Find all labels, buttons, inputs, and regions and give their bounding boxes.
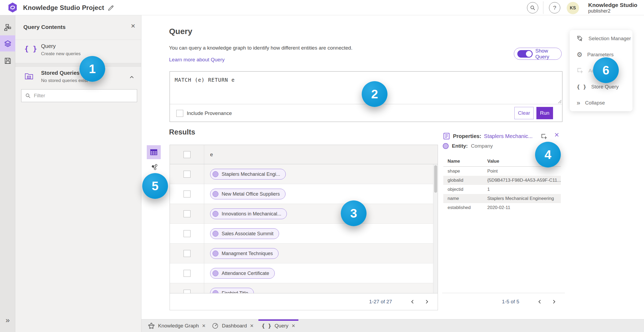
include-provenance-option[interactable]: Include Provenance: [176, 104, 232, 122]
entity-chip[interactable]: Managment Techniques: [210, 248, 279, 259]
query-editor-footer: Include Provenance Clear Run: [170, 104, 562, 122]
global-search-button[interactable]: [527, 2, 538, 13]
row-checkbox[interactable]: [184, 191, 191, 197]
table-view-button[interactable]: [147, 145, 161, 159]
user-info[interactable]: Knowledge Studio publisher2: [588, 2, 637, 14]
knowledge-graph-icon: [148, 322, 155, 329]
entity-chip[interactable]: Firebird Title: [210, 288, 254, 293]
gear-icon: ⚙: [577, 51, 583, 58]
app-logo-icon: [8, 2, 18, 13]
entity-dot-icon: [213, 231, 218, 237]
previous-page-button[interactable]: [534, 296, 545, 307]
top-header: Knowledge Studio Project ? KS Knowledge …: [0, 0, 644, 15]
entity-chip[interactable]: Sales Associate Summit: [210, 228, 279, 239]
row-checkbox[interactable]: [184, 171, 191, 178]
table-row[interactable]: Innovations in Mechanical...: [170, 204, 438, 224]
scrollbar-thumb[interactable]: [434, 165, 437, 193]
table-row[interactable]: Firebird Title: [170, 283, 438, 293]
tab-query[interactable]: { } Query ×: [262, 319, 295, 332]
close-icon[interactable]: ×: [131, 22, 135, 30]
panel-title: Query Contents: [23, 24, 66, 30]
filter-input[interactable]: [34, 93, 133, 99]
table-row[interactable]: Managment Techniques: [170, 244, 438, 263]
query-contents-panel: Query Contents × { } Query Create new qu…: [15, 15, 141, 332]
panel-item-label: Stored Queries: [41, 70, 79, 76]
callout-badge-1: 1: [79, 56, 105, 82]
close-icon[interactable]: ×: [202, 323, 206, 329]
panel-item-stored-queries[interactable]: Stored Queries No stored queries exist: [15, 67, 141, 89]
expand-rail-button[interactable]: »: [0, 316, 15, 324]
next-page-button[interactable]: [549, 296, 559, 307]
edit-title-pencil-icon[interactable]: [107, 5, 114, 12]
clear-button[interactable]: Clear: [514, 107, 534, 119]
search-icon: [25, 93, 31, 98]
rail-save-button[interactable]: [0, 53, 15, 69]
menu-item-selection-manager[interactable]: Selection Manager: [570, 31, 632, 47]
user-avatar[interactable]: KS: [567, 2, 579, 14]
rail-data-model-button[interactable]: [0, 20, 15, 36]
search-icon: [530, 5, 535, 10]
callout-badge-4: 4: [535, 142, 561, 167]
close-icon[interactable]: ×: [554, 131, 559, 139]
chevron-up-icon[interactable]: [129, 74, 135, 80]
question-mark-icon: ?: [553, 5, 556, 11]
header-divider: [543, 1, 543, 14]
table-row[interactable]: New Metal Office Suppliers: [170, 184, 438, 204]
previous-page-button[interactable]: [407, 296, 418, 307]
close-icon[interactable]: ×: [250, 323, 254, 329]
property-row: established 2020-02-11: [443, 203, 561, 212]
query-text: MATCH (e) RETURN e: [175, 77, 235, 83]
menu-item-collapse[interactable]: » Collapse: [570, 95, 632, 111]
entity-label: Entity:: [452, 143, 468, 149]
entity-dot-icon: [213, 211, 218, 217]
entity-chip[interactable]: Attendance Certificate: [210, 268, 275, 279]
user-role: publisher2: [588, 8, 637, 14]
entity-dot-icon: [213, 171, 218, 177]
callout-badge-2: 2: [362, 81, 387, 107]
row-checkbox[interactable]: [184, 250, 191, 257]
link-chart-view-button[interactable]: [150, 163, 159, 173]
entity-value: Company: [471, 143, 493, 149]
table-row[interactable]: Staplers Mechanical Engi...: [170, 164, 438, 184]
callout-badge-6: 6: [593, 57, 619, 83]
properties-entity-link[interactable]: Staplers Mechanic...: [484, 133, 533, 139]
knowledge-studio-app: Knowledge Studio Project ? KS Knowledge …: [0, 0, 644, 332]
data-model-icon: [4, 24, 12, 32]
entity-chip[interactable]: Innovations in Mechanical...: [210, 208, 287, 219]
tab-dashboard[interactable]: Dashboard ×: [212, 319, 254, 332]
table-row[interactable]: Attendance Certificate: [170, 263, 438, 283]
table-row[interactable]: Sales Associate Summit: [170, 224, 438, 244]
show-query-toggle[interactable]: Show Query: [514, 48, 562, 60]
link-chart-icon: [151, 164, 159, 172]
panel-item-query[interactable]: { } Query Create new queries: [15, 40, 141, 63]
include-provenance-label: Include Provenance: [187, 110, 232, 116]
run-button[interactable]: Run: [536, 107, 553, 119]
select-all-checkbox[interactable]: [184, 151, 191, 158]
braces-icon: { }: [577, 84, 586, 89]
double-chevron-right-icon: »: [577, 99, 580, 107]
entity-dot-icon: [213, 270, 218, 276]
page-title: Knowledge Studio Project: [23, 0, 104, 15]
next-page-button[interactable]: [422, 296, 432, 307]
learn-more-link[interactable]: Learn more about Query: [169, 57, 225, 63]
entity-chip[interactable]: Staplers Mechanical Engi...: [210, 169, 286, 180]
add-to-new-icon[interactable]: [540, 133, 548, 140]
entity-chip[interactable]: New Metal Office Suppliers: [210, 189, 286, 199]
include-provenance-checkbox[interactable]: [176, 110, 183, 117]
help-button[interactable]: ?: [549, 2, 560, 13]
table-scrollbar[interactable]: [433, 164, 438, 293]
results-table: e Staplers Mechanical Engi... New Metal …: [170, 145, 438, 293]
column-header-e: e: [210, 145, 213, 164]
panel-item-description: Create new queries: [41, 51, 80, 57]
row-checkbox[interactable]: [184, 210, 191, 217]
row-checkbox[interactable]: [184, 290, 191, 294]
row-checkbox[interactable]: [184, 230, 191, 237]
dashboard-icon: [212, 322, 219, 329]
tab-knowledge-graph[interactable]: Knowledge Graph ×: [148, 319, 206, 332]
row-checkbox[interactable]: [184, 270, 191, 277]
rail-layers-button[interactable]: [0, 35, 15, 51]
resize-handle[interactable]: [558, 99, 561, 103]
panel-item-label: Query: [41, 43, 56, 49]
close-icon[interactable]: ×: [292, 323, 295, 329]
properties-doc-icon: [443, 132, 450, 140]
